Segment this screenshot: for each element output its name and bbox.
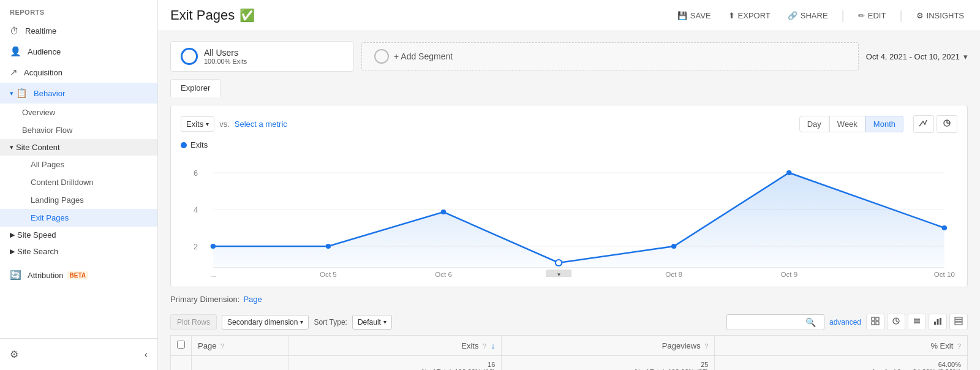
export-button[interactable]: ⬆ EXPORT xyxy=(725,9,774,23)
dropdown-arrow: ▾ xyxy=(300,319,303,325)
metric-dropdown-icon: ▾ xyxy=(206,121,209,127)
chart-legend: Exits xyxy=(181,140,957,149)
sidebar-collapse-button[interactable]: ‹ xyxy=(135,344,157,365)
header-separator: | xyxy=(842,9,845,23)
sidebar-section-site-content[interactable]: ▾ Site Content xyxy=(0,139,157,156)
share-button[interactable]: 🔗 SHARE xyxy=(784,9,832,23)
svg-rect-32 xyxy=(955,320,962,322)
sidebar-item-attribution[interactable]: 🔄 Attribution BETA xyxy=(0,265,157,285)
line-chart-button[interactable] xyxy=(913,115,934,133)
sidebar-subitem-behavior-flow[interactable]: Behavior Flow xyxy=(0,121,157,139)
sidebar: REPORTS ⏱ Realtime 👤 Audience ↗ Acquisit… xyxy=(0,0,158,370)
svg-text:▾: ▾ xyxy=(557,271,560,277)
sidebar-item-audience[interactable]: 👤 Audience xyxy=(0,41,157,62)
page-help-icon: ? xyxy=(221,342,224,350)
primary-dimension-row: Primary Dimension: Page xyxy=(170,295,968,304)
edit-button[interactable]: ✏ EDIT xyxy=(854,9,890,23)
sidebar-item-label: Acquisition xyxy=(24,68,62,77)
period-week-button[interactable]: Week xyxy=(829,116,865,132)
sidebar-settings[interactable]: ⚙ xyxy=(0,344,28,365)
behavior-chevron-icon: ▾ xyxy=(10,89,13,97)
sidebar-subitem-all-pages[interactable]: All Pages xyxy=(0,156,157,173)
chart-container: Exits ▾ vs. Select a metric Day Week Mon… xyxy=(170,105,968,287)
add-segment-button[interactable]: + Add Segment xyxy=(361,42,859,70)
pie-view-icon xyxy=(892,317,900,325)
chart-controls: Exits ▾ vs. Select a metric Day Week Mon… xyxy=(181,115,957,133)
metric-selector[interactable]: Exits ▾ xyxy=(181,116,214,132)
data-point-0 xyxy=(211,244,216,249)
list-view-button[interactable] xyxy=(908,314,926,330)
sidebar-subitem-content-drilldown[interactable]: Content Drilldown xyxy=(0,173,157,191)
segment-circle xyxy=(181,48,198,65)
sidebar-section-site-speed[interactable]: ▶ Site Speed xyxy=(0,227,157,243)
sidebar-item-acquisition[interactable]: ↗ Acquisition xyxy=(0,62,157,83)
grid-view-button[interactable] xyxy=(866,314,884,330)
sort-type-dropdown[interactable]: Default ▾ xyxy=(352,315,392,330)
select-all-checkbox[interactable] xyxy=(177,341,185,349)
add-segment-label: + Add Segment xyxy=(394,51,453,61)
period-month-button[interactable]: Month xyxy=(865,116,903,132)
legend-dot xyxy=(181,142,187,148)
secondary-dimension-dropdown[interactable]: Secondary dimension ▾ xyxy=(222,315,309,330)
search-icon: 🔍 xyxy=(805,317,816,327)
th-exit-pct[interactable]: % Exit ? xyxy=(715,336,968,356)
th-page: Page ? xyxy=(192,336,288,356)
tab-label: Explorer xyxy=(181,83,210,92)
th-pageviews[interactable]: Pageviews ? xyxy=(502,336,715,356)
pivot-view-button[interactable] xyxy=(949,314,968,330)
sidebar-item-realtime[interactable]: ⏱ Realtime xyxy=(0,21,157,41)
data-point-5 xyxy=(786,170,791,175)
settings-icon: ⚙ xyxy=(10,349,18,360)
select-metric-link[interactable]: Select a metric xyxy=(235,119,287,129)
th-exits[interactable]: Exits ? ↓ xyxy=(288,336,502,356)
line-chart-icon xyxy=(919,119,929,127)
pie-view-button[interactable] xyxy=(887,314,905,330)
verified-icon: ✅ xyxy=(239,8,255,23)
sidebar-subitem-label: Behavior Flow xyxy=(22,126,72,135)
sidebar-subitem-label: Content Drilldown xyxy=(31,178,94,187)
svg-rect-33 xyxy=(955,322,962,325)
table-header-row: Page ? Exits ? ↓ Pageviews ? % Exit ? xyxy=(171,336,968,356)
search-input[interactable] xyxy=(732,318,805,327)
period-day-button[interactable]: Day xyxy=(799,116,829,132)
tab-explorer[interactable]: Explorer xyxy=(170,79,221,97)
header-actions: 💾 SAVE ⬆ EXPORT 🔗 SHARE | ✏ EDIT | ⚙ INS… xyxy=(674,9,968,23)
segment-date-row: All Users 100.00% Exits + Add Segment Oc… xyxy=(170,41,968,72)
bar-view-button[interactable] xyxy=(929,314,947,330)
acquisition-icon: ↗ xyxy=(10,67,18,78)
sidebar-subitem-exit-pages[interactable]: Exit Pages xyxy=(0,209,157,227)
site-content-label: Site Content xyxy=(16,143,60,152)
pivot-icon xyxy=(954,317,963,325)
sidebar-subitem-label: Exit Pages xyxy=(31,213,69,222)
sidebar-item-behavior[interactable]: ▾ 📋 Behavior xyxy=(0,83,157,104)
primary-dim-value: Page xyxy=(243,295,262,304)
advanced-link[interactable]: advanced xyxy=(829,318,861,327)
totals-page-cell xyxy=(192,356,288,371)
svg-rect-29 xyxy=(937,319,939,325)
segment-card-all-users[interactable]: All Users 100.00% Exits xyxy=(170,41,354,72)
segment-info: All Users 100.00% Exits xyxy=(204,48,247,65)
pie-chart-button[interactable] xyxy=(937,115,957,133)
insights-icon: ⚙ xyxy=(916,11,924,20)
behavior-icon: 📋 xyxy=(16,88,28,99)
insights-button[interactable]: ⚙ INSIGHTS xyxy=(913,9,968,23)
save-button[interactable]: 💾 SAVE xyxy=(674,9,715,23)
plot-rows-button[interactable]: Plot Rows xyxy=(170,314,217,330)
content-area: All Users 100.00% Exits + Add Segment Oc… xyxy=(158,31,980,370)
sidebar-section-site-search[interactable]: ▶ Site Search xyxy=(0,243,157,260)
svg-rect-18 xyxy=(872,317,875,320)
sort-type-label: Sort Type: xyxy=(314,318,347,327)
site-speed-label: Site Speed xyxy=(17,230,56,240)
segment-sub: 100.00% Exits xyxy=(204,58,247,65)
explorer-tab-row: Explorer xyxy=(170,79,968,97)
date-range-selector[interactable]: Oct 4, 2021 - Oct 10, 2021 ▾ xyxy=(866,52,968,61)
svg-text:...: ... xyxy=(210,271,216,277)
audience-icon: 👤 xyxy=(10,46,21,57)
sidebar-subitem-overview[interactable]: Overview xyxy=(0,104,157,121)
svg-rect-31 xyxy=(955,317,962,319)
page-title: Exit Pages xyxy=(170,7,235,23)
grid-icon xyxy=(871,317,880,325)
sidebar-bottom: ⚙ ‹ xyxy=(0,338,157,370)
sidebar-subitem-landing-pages[interactable]: Landing Pages xyxy=(0,191,157,209)
svg-rect-28 xyxy=(934,322,936,325)
